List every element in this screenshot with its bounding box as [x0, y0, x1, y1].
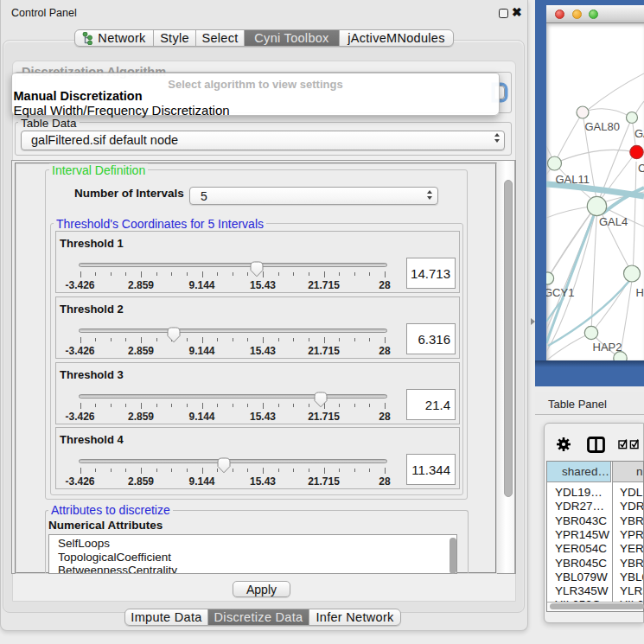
svg-text:GAL11: GAL11 — [556, 173, 590, 186]
svg-text:GCY1: GCY1 — [546, 286, 574, 299]
svg-text:C: C — [638, 162, 644, 175]
svg-text:H: H — [636, 286, 644, 299]
svg-text:GA: GA — [634, 127, 644, 140]
svg-text:HAP2: HAP2 — [593, 341, 622, 354]
svg-text:GAL80: GAL80 — [585, 120, 620, 133]
svg-text:GAL4: GAL4 — [599, 215, 628, 228]
